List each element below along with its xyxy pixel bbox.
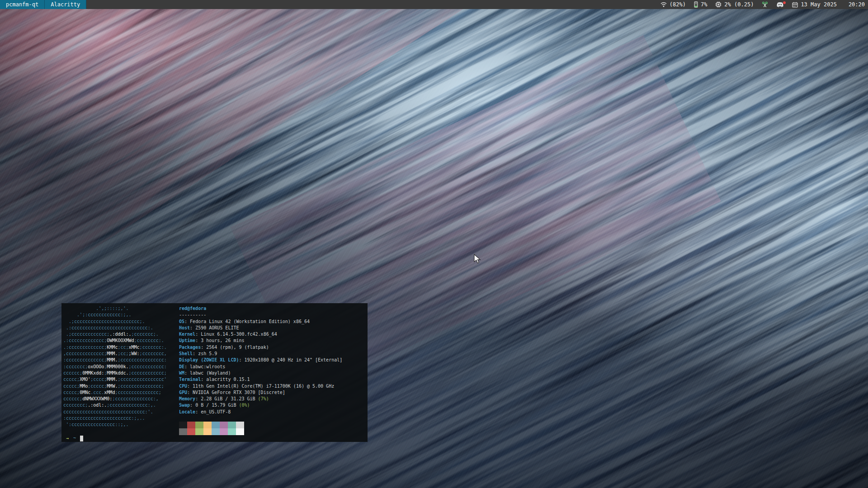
discord-tray-item[interactable] [776,2,784,8]
cpu-usage-label: 2% (0.25) [724,1,754,8]
top-panel: pcmanfm-qtAlacritty (82%) [0,0,868,9]
fetch-info: red@fedora ---------- OS: Fedora Linux 4… [179,305,342,415]
palette-swatch [187,422,195,428]
status-tray: (82%) 7% [652,0,868,9]
wifi-strength-label: (82%) [670,1,686,8]
clock-time[interactable]: 20:20 [849,1,865,8]
fastfetch-output: .',;::::;,'. .';:cccccccccccc:;,. .;cccc… [63,305,368,435]
cpu-indicator[interactable]: 2% (0.25) [715,1,754,8]
taskbar-window-list: pcmanfm-qtAlacritty [0,0,86,9]
palette-swatch [212,422,220,428]
palette-row-bright [179,428,342,435]
calendar-icon [792,2,798,8]
palette-swatch [228,428,236,435]
clock-date[interactable]: 13 May 2025 [792,1,836,8]
cpu-icon [715,1,722,8]
fetch-info-column: red@fedora ---------- OS: Fedora Linux 4… [179,305,342,435]
palette-swatch [212,428,220,435]
prompt-path: ~ [73,435,76,441]
wifi-icon [660,2,667,7]
mouse-cursor [474,254,482,266]
screenshot-tool-tray-item[interactable] [762,1,768,8]
palette-swatch [195,422,203,428]
shell-prompt: → ~ [63,435,368,441]
network-indicator[interactable]: (82%) [660,1,686,8]
palette-swatch [187,428,195,435]
fedora-ascii-logo: .',;::::;,'. .';:cccccccccccc:;,. .;cccc… [63,305,179,428]
terminal-block-cursor [80,436,83,441]
palette-row-normal [179,422,342,428]
memory-indicator[interactable]: 7% [694,1,707,8]
memory-icon [694,1,698,8]
discord-notification-dot [783,1,786,4]
palette-swatch [203,428,212,435]
discord-icon [776,2,784,8]
terminal-window[interactable]: .',;::::;,'. .';:cccccccccccc:;,. .;cccc… [61,303,368,442]
time-label: 20:20 [849,1,865,8]
date-label: 13 May 2025 [801,1,836,8]
palette-swatch [220,428,228,435]
palette-swatch [220,422,228,428]
palette-swatch [195,428,203,435]
palette-swatch [179,422,187,428]
palette-swatch [236,422,244,428]
palette-swatch [236,428,244,435]
scissors-icon [762,1,768,8]
memory-usage-label: 7% [701,1,707,8]
prompt-arrow: → [66,435,69,441]
taskbar-window-pcmanfm-qt[interactable]: pcmanfm-qt [0,0,45,9]
color-palette [179,422,342,435]
palette-swatch [228,422,236,428]
palette-swatch [203,422,212,428]
taskbar-window-Alacritty[interactable]: Alacritty [45,0,86,9]
palette-swatch [179,428,187,435]
